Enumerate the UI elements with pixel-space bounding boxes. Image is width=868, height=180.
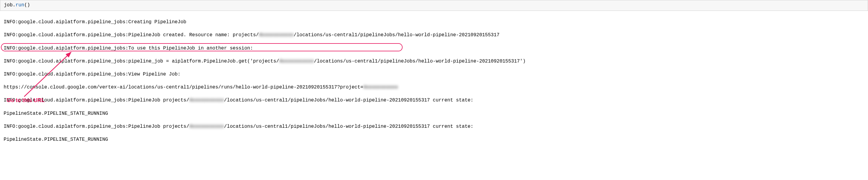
log-suffix: /locations/us-central1/pipelineJobs/hell… [224,97,473,103]
log-prefix: INFO:google.cloud.aiplatform.pipeline_jo… [4,124,189,129]
log-line: INFO:google.cloud.aiplatform.pipeline_jo… [4,45,864,52]
code-dot: . [13,2,16,8]
log-prefix: INFO:google.cloud.aiplatform.pipeline_jo… [4,32,259,38]
log-line: PipelineState.PIPELINE_STATE_RUNNING [4,137,864,143]
code-parens: () [24,2,30,8]
redacted-project-id: 4xxxxxxxxxxx [363,85,398,90]
output-area: INFO:google.cloud.aiplatform.pipeline_jo… [0,12,868,180]
log-suffix: /locations/us-central1/pipelineJobs/hell… [314,59,526,64]
redacted-project-id: 4xxxxxxxxxxx [279,59,314,64]
annotation-label: Go to this URL [7,97,45,104]
log-line: INFO:google.cloud.aiplatform.pipeline_jo… [4,32,864,39]
log-line: INFO:google.cloud.aiplatform.pipeline_jo… [4,58,864,65]
code-method: run [16,2,24,8]
log-line: PipelineState.PIPELINE_STATE_RUNNING [4,111,864,117]
log-line: INFO:google.cloud.aiplatform.pipeline_jo… [4,97,864,104]
redacted-project-id: 4xxxxxxxxxxx [189,97,224,103]
log-line: INFO:google.cloud.aiplatform.pipeline_jo… [4,123,864,130]
log-line-url: https://console.cloud.google.com/vertex-… [4,84,864,91]
log-prefix: INFO:google.cloud.aiplatform.pipeline_jo… [4,59,279,64]
console-url[interactable]: https://console.cloud.google.com/vertex-… [4,85,363,90]
redacted-project-id: 4xxxxxxxxxxx [189,124,224,129]
log-suffix: /locations/us-central1/pipelineJobs/hell… [293,32,499,38]
log-suffix: /locations/us-central1/pipelineJobs/hell… [224,124,473,129]
redacted-project-id: 4xxxxxxxxxxx [259,32,293,38]
log-line: INFO:google.cloud.aiplatform.pipeline_jo… [4,19,864,26]
code-object: job [4,2,13,8]
code-line: job.run() [4,2,864,9]
code-cell: job.run() [0,0,868,11]
log-line: INFO:google.cloud.aiplatform.pipeline_jo… [4,71,864,78]
